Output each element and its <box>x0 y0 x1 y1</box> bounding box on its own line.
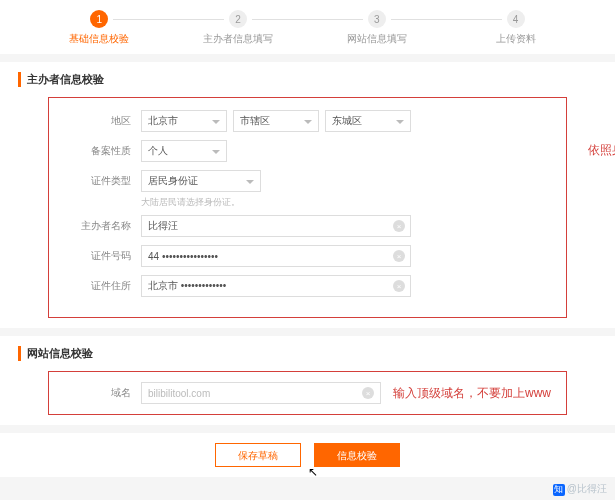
footer-actions: 保存草稿 信息校验 ↖ <box>0 433 615 477</box>
idno-input[interactable] <box>141 245 411 267</box>
idtype-select[interactable]: 居民身份证 <box>141 170 261 192</box>
section-organizer: 主办者信息校验 地区 北京市 市辖区 东城区 备案性质 个人 证件类型 居民身份… <box>0 62 615 328</box>
region-label: 地区 <box>63 114 131 128</box>
save-draft-button[interactable]: 保存草稿 <box>215 443 301 467</box>
step-circle: 2 <box>229 10 247 28</box>
clear-icon[interactable]: × <box>393 280 405 292</box>
addr-input[interactable] <box>141 275 411 297</box>
step-circle: 1 <box>90 10 108 28</box>
watermark: 知@比得汪 <box>553 482 607 496</box>
idno-label: 证件号码 <box>63 249 131 263</box>
progress-steps: 1基础信息校验 2主办者信息填写 3网站信息填写 4上传资料 <box>0 0 615 54</box>
region-district-select[interactable]: 东城区 <box>325 110 411 132</box>
organizer-form: 地区 北京市 市辖区 东城区 备案性质 个人 证件类型 居民身份证 大陆居民请选… <box>48 97 567 318</box>
step-3[interactable]: 3网站信息填写 <box>308 10 447 46</box>
step-4[interactable]: 4上传资料 <box>446 10 585 46</box>
step-2[interactable]: 2主办者信息填写 <box>169 10 308 46</box>
section-website: 网站信息校验 域名 bilibilitool.com× 输入顶级域名，不要加上w… <box>0 336 615 425</box>
domain-placeholder: bilibilitool.com <box>148 388 210 399</box>
step-circle: 3 <box>368 10 386 28</box>
step-label: 网站信息填写 <box>308 32 447 46</box>
idtype-label: 证件类型 <box>63 174 131 188</box>
domain-input[interactable]: bilibilitool.com× <box>141 382 381 404</box>
cursor-icon: ↖ <box>308 465 318 479</box>
idtype-hint: 大陆居民请选择身份证。 <box>141 196 552 209</box>
clear-icon[interactable]: × <box>393 220 405 232</box>
clear-icon[interactable]: × <box>393 250 405 262</box>
website-form: 域名 bilibilitool.com× 输入顶级域名，不要加上www <box>48 371 567 415</box>
step-label: 主办者信息填写 <box>169 32 308 46</box>
annotation-line2: 依照身份证填写信息 <box>588 138 615 162</box>
step-1[interactable]: 1基础信息校验 <box>30 10 169 46</box>
section-title: 网站信息校验 <box>18 346 597 361</box>
step-label: 上传资料 <box>446 32 585 46</box>
domain-label: 域名 <box>63 386 131 400</box>
name-input[interactable] <box>141 215 411 237</box>
step-circle: 4 <box>507 10 525 28</box>
step-label: 基础信息校验 <box>30 32 169 46</box>
clear-icon[interactable]: × <box>362 387 374 399</box>
region-city-select[interactable]: 市辖区 <box>233 110 319 132</box>
annotation-domain: 输入顶级域名，不要加上www <box>393 385 551 402</box>
name-label: 主办者名称 <box>63 219 131 233</box>
verify-button[interactable]: 信息校验 <box>314 443 400 467</box>
nature-select[interactable]: 个人 <box>141 140 227 162</box>
addr-label: 证件住所 <box>63 279 131 293</box>
region-province-select[interactable]: 北京市 <box>141 110 227 132</box>
watermark-text: @比得汪 <box>567 483 607 494</box>
zhihu-icon: 知 <box>553 484 565 496</box>
nature-label: 备案性质 <box>63 144 131 158</box>
section-title: 主办者信息校验 <box>18 72 597 87</box>
